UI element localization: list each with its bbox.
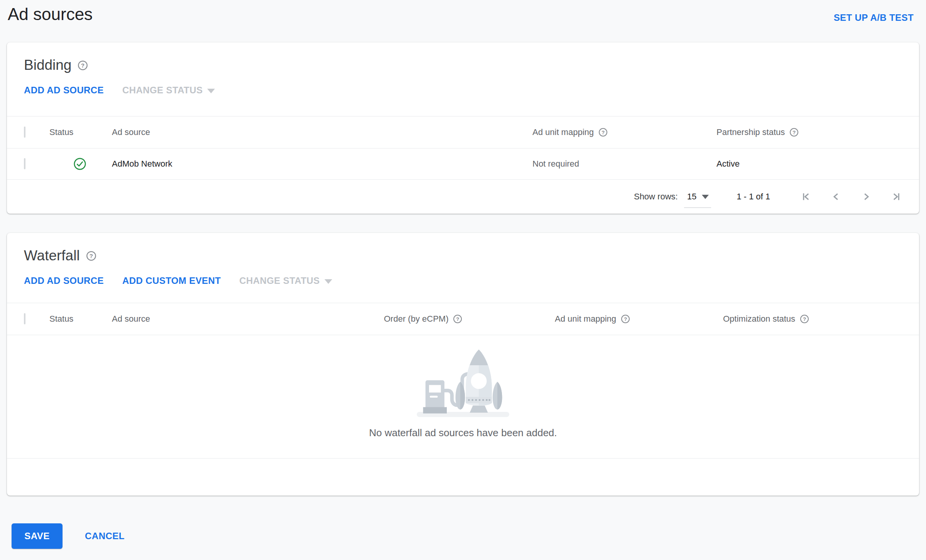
set-up-ab-test-link[interactable]: SET UP A/B TEST xyxy=(834,12,914,23)
caret-down-icon xyxy=(324,279,332,284)
waterfall-table: Status Ad source Order (by eCPM) ? Ad un… xyxy=(7,303,919,496)
change-status-button[interactable]: CHANGE STATUS xyxy=(239,275,332,286)
pagination-bar: Show rows: 15 1 - 1 of 1 xyxy=(7,180,919,214)
change-status-label: CHANGE STATUS xyxy=(239,275,319,286)
help-icon[interactable]: ? xyxy=(86,251,96,261)
empty-state-message: No waterfall ad sources have been added. xyxy=(369,427,557,439)
show-rows-label: Show rows: xyxy=(634,192,678,202)
cell-ad-unit-mapping: Not required xyxy=(532,159,716,169)
bidding-card: Bidding ? ADD AD SOURCE CHANGE STATUS St… xyxy=(7,42,919,214)
svg-text:?: ? xyxy=(602,130,605,135)
help-icon[interactable]: ? xyxy=(78,60,88,71)
pagination-range: 1 - 1 of 1 xyxy=(737,192,770,202)
rocket-fuel-pump-illustration xyxy=(414,341,512,420)
row-checkbox[interactable] xyxy=(24,158,25,169)
select-all-checkbox[interactable] xyxy=(24,127,25,138)
cancel-button[interactable]: CANCEL xyxy=(85,531,125,541)
cell-ad-source: AdMob Network xyxy=(112,159,532,169)
waterfall-section-title: Waterfall ? xyxy=(24,248,902,264)
waterfall-empty-state: No waterfall ad sources have been added. xyxy=(7,335,919,458)
last-page-icon[interactable] xyxy=(891,191,902,202)
check-circle-icon xyxy=(73,157,112,170)
add-ad-source-button[interactable]: ADD AD SOURCE xyxy=(24,275,104,286)
waterfall-title-label: Waterfall xyxy=(24,248,80,264)
select-all-checkbox[interactable] xyxy=(24,313,25,324)
svg-text:?: ? xyxy=(803,316,806,322)
bidding-table-header: Status Ad source Ad unit mapping ? Partn… xyxy=(7,116,919,148)
help-icon[interactable]: ? xyxy=(800,314,809,324)
bidding-section-title: Bidding ? xyxy=(24,57,902,73)
next-page-icon[interactable] xyxy=(860,191,872,202)
svg-text:?: ? xyxy=(624,316,627,322)
svg-text:?: ? xyxy=(89,252,93,259)
svg-text:?: ? xyxy=(793,130,796,135)
help-icon[interactable]: ? xyxy=(621,314,630,324)
pagination-nav xyxy=(800,191,902,202)
change-status-button[interactable]: CHANGE STATUS xyxy=(122,85,215,96)
svg-text:?: ? xyxy=(456,316,459,322)
caret-down-icon xyxy=(702,195,709,199)
page-title: Ad sources xyxy=(8,5,93,24)
column-header-status: Status xyxy=(49,127,112,137)
waterfall-card-footer xyxy=(7,458,919,496)
column-header-partnership-status: Partnership status xyxy=(716,127,785,137)
add-custom-event-button[interactable]: ADD CUSTOM EVENT xyxy=(122,275,221,286)
bidding-title-label: Bidding xyxy=(24,57,71,73)
column-header-ad-source: Ad source xyxy=(112,127,532,137)
rows-per-page-value: 15 xyxy=(687,192,696,202)
save-button[interactable]: SAVE xyxy=(12,523,63,549)
help-icon[interactable]: ? xyxy=(453,314,462,324)
bidding-card-header: Bidding ? ADD AD SOURCE CHANGE STATUS xyxy=(7,42,919,96)
waterfall-actions: ADD AD SOURCE ADD CUSTOM EVENT CHANGE ST… xyxy=(24,275,902,286)
column-header-order: Order (by eCPM) xyxy=(384,314,448,324)
help-icon[interactable]: ? xyxy=(789,128,799,137)
bidding-table: Status Ad source Ad unit mapping ? Partn… xyxy=(7,116,919,214)
add-ad-source-button[interactable]: ADD AD SOURCE xyxy=(24,85,104,96)
previous-page-icon[interactable] xyxy=(830,191,842,202)
page-header: Ad sources SET UP A/B TEST xyxy=(0,0,926,42)
column-header-status: Status xyxy=(49,314,112,324)
waterfall-card-header: Waterfall ? ADD AD SOURCE ADD CUSTOM EVE… xyxy=(7,233,919,286)
waterfall-card: Waterfall ? ADD AD SOURCE ADD CUSTOM EVE… xyxy=(7,233,919,496)
svg-text:?: ? xyxy=(81,62,84,68)
column-header-optimization-status: Optimization status xyxy=(723,314,795,324)
waterfall-table-header: Status Ad source Order (by eCPM) ? Ad un… xyxy=(7,303,919,335)
column-header-ad-source: Ad source xyxy=(112,314,384,324)
change-status-label: CHANGE STATUS xyxy=(122,85,203,96)
rows-per-page-select[interactable]: 15 xyxy=(684,186,711,208)
column-header-ad-unit-mapping: Ad unit mapping xyxy=(532,127,594,137)
column-header-ad-unit-mapping: Ad unit mapping xyxy=(555,314,616,324)
cell-partnership-status: Active xyxy=(716,159,919,169)
first-page-icon[interactable] xyxy=(800,191,812,202)
page-actions: SAVE CANCEL xyxy=(12,523,926,549)
table-row: AdMob Network Not required Active xyxy=(7,148,919,180)
help-icon[interactable]: ? xyxy=(598,128,608,137)
bidding-actions: ADD AD SOURCE CHANGE STATUS xyxy=(24,85,902,96)
caret-down-icon xyxy=(207,89,215,93)
